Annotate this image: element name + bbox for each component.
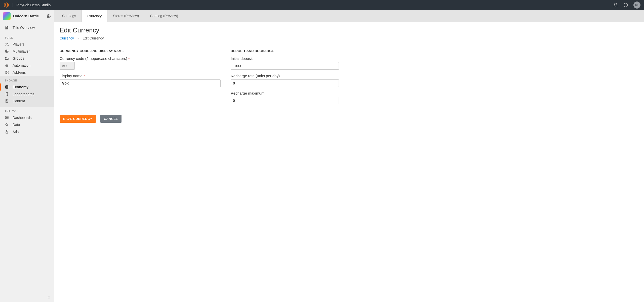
section-head-left: CURRENCY CODE AND DISPLAY NAME — [60, 49, 221, 53]
sidebar-item-groups[interactable]: Groups — [0, 55, 54, 62]
sidebar-item-label: Groups — [13, 56, 24, 60]
help-icon[interactable] — [623, 3, 628, 7]
document-icon — [5, 99, 9, 103]
sidebar-group-label: ANALYZE — [0, 107, 54, 114]
title-card[interactable]: Unicorn Battle — [0, 10, 54, 22]
svg-marker-1 — [5, 4, 7, 6]
label-text: Display name — [60, 74, 83, 78]
sidebar-item-multiplayer[interactable]: Multiplayer — [0, 48, 54, 55]
chevron-right-icon — [77, 37, 79, 39]
grid-icon — [5, 70, 9, 74]
svg-point-8 — [6, 43, 7, 44]
svg-point-20 — [6, 123, 8, 125]
svg-rect-5 — [6, 28, 6, 29]
form-col-left: CURRENCY CODE AND DISPLAY NAME Currency … — [60, 49, 221, 108]
tab-currency[interactable]: Currency — [82, 10, 107, 22]
svg-point-3 — [626, 6, 626, 6]
topbar-divider — [13, 3, 13, 7]
sidebar-collapse-icon[interactable] — [47, 295, 51, 299]
gear-icon[interactable] — [47, 14, 51, 18]
svg-point-4 — [48, 16, 49, 17]
sidebar-item-content[interactable]: Content — [0, 98, 54, 105]
sidebar-item-automation[interactable]: Automation — [0, 62, 54, 69]
cancel-button[interactable]: CANCEL — [100, 115, 122, 123]
sidebar-item-ads[interactable]: Ads — [0, 128, 54, 135]
sidebar-item-economy[interactable]: Economy — [0, 83, 54, 91]
robot-icon — [5, 63, 9, 67]
save-currency-button[interactable]: SAVE CURRENCY — [60, 115, 96, 123]
breadcrumb-current: Edit Currency — [83, 36, 104, 40]
sidebar-group-analyze: ANALYZE Dashboards Data Ads — [0, 107, 54, 135]
title-name: Unicorn Battle — [13, 14, 39, 18]
svg-point-12 — [6, 65, 6, 66]
recharge-rate-input[interactable] — [231, 79, 339, 87]
svg-point-13 — [7, 65, 7, 66]
sidebar-group-label: BUILD — [0, 33, 54, 41]
currency-code-input — [60, 62, 75, 70]
avatar[interactable]: KE — [633, 2, 640, 9]
notifications-icon[interactable] — [613, 3, 618, 7]
sidebar-item-label: Multiplayer — [13, 49, 30, 53]
sidebar-item-label: Data — [13, 123, 20, 127]
sidebar-item-label: Add-ons — [13, 70, 26, 74]
button-row: SAVE CURRENCY CANCEL — [54, 113, 644, 128]
field-recharge-max: Recharge maximum — [231, 91, 339, 104]
form-col-right: DEPOSIT AND RECHARGE Initial deposit Rec… — [231, 49, 339, 108]
svg-rect-6 — [7, 27, 7, 29]
svg-rect-16 — [5, 73, 7, 74]
sidebar-item-label: Economy — [13, 85, 28, 89]
sidebar-group-label: ENGAGE — [0, 76, 54, 83]
sidebar-group-engage: ENGAGE Economy Leaderboards Content — [0, 76, 54, 107]
label-recharge-max: Recharge maximum — [231, 91, 339, 95]
tab-catalogs[interactable]: Catalogs — [57, 10, 82, 22]
topbar-left: PlayFab Demo Studio — [4, 2, 51, 8]
svg-rect-15 — [7, 71, 8, 72]
flask-icon — [5, 130, 9, 134]
sidebar-item-label: Players — [13, 42, 24, 46]
field-recharge-rate: Recharge rate (units per day) — [231, 74, 339, 87]
bookmark-icon — [5, 92, 9, 96]
sidebar-item-leaderboards[interactable]: Leaderboards — [0, 91, 54, 98]
svg-rect-14 — [5, 71, 7, 72]
breadcrumb: Currency Edit Currency — [60, 36, 638, 40]
playfab-logo-icon[interactable] — [4, 2, 9, 8]
sidebar-item-label: Automation — [13, 63, 30, 67]
sidebar-item-label: Dashboards — [13, 116, 32, 120]
tab-stores[interactable]: Stores (Preview) — [107, 10, 144, 22]
sidebar-item-label: Content — [13, 99, 25, 103]
field-currency-code: Currency code (2 uppercase characters) * — [60, 56, 221, 70]
label-recharge-rate: Recharge rate (units per day) — [231, 74, 339, 78]
initial-deposit-input[interactable] — [231, 62, 339, 70]
studio-name[interactable]: PlayFab Demo Studio — [16, 3, 51, 7]
svg-marker-0 — [4, 3, 9, 7]
chart-icon — [5, 26, 9, 30]
sidebar-item-data[interactable]: Data — [0, 121, 54, 128]
globe-icon — [5, 49, 9, 53]
display-name-input[interactable] — [60, 79, 221, 87]
search-icon — [5, 123, 9, 127]
recharge-max-input[interactable] — [231, 97, 339, 104]
economy-icon — [5, 85, 9, 89]
page-header: Edit Currency Currency Edit Currency — [54, 22, 644, 44]
breadcrumb-root[interactable]: Currency — [60, 36, 74, 40]
tabbar: Catalogs Currency Stores (Preview) Catal… — [54, 10, 644, 22]
label-initial-deposit: Initial deposit — [231, 56, 339, 61]
sidebar-item-players[interactable]: Players — [0, 41, 54, 48]
topbar: PlayFab Demo Studio KE — [0, 0, 644, 10]
sidebar-item-label: Ads — [13, 130, 19, 134]
sidebar-item-dashboards[interactable]: Dashboards — [0, 114, 54, 121]
dashboard-icon — [5, 116, 9, 120]
sidebar-group-build: BUILD Players Multiplayer Groups Automat… — [0, 33, 54, 76]
form-area: CURRENCY CODE AND DISPLAY NAME Currency … — [54, 44, 644, 113]
section-head-right: DEPOSIT AND RECHARGE — [231, 49, 339, 53]
sidebar-item-label: Leaderboards — [13, 92, 34, 96]
players-icon — [5, 42, 9, 46]
title-thumbnail — [3, 12, 11, 20]
label-currency-code: Currency code (2 uppercase characters) * — [60, 56, 221, 61]
svg-point-18 — [6, 85, 8, 87]
tab-catalog-preview[interactable]: Catalog (Preview) — [145, 10, 184, 22]
svg-rect-17 — [7, 73, 8, 74]
sidebar-item-title-overview[interactable]: Title Overview — [0, 22, 54, 33]
field-display-name: Display name * — [60, 74, 221, 87]
sidebar-item-addons[interactable]: Add-ons — [0, 69, 54, 76]
